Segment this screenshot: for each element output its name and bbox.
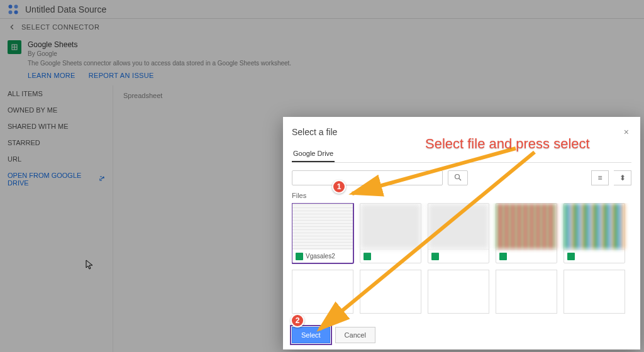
file-grid: Vgasales2 bbox=[292, 203, 631, 314]
svg-point-8 bbox=[455, 175, 460, 179]
file-card[interactable] bbox=[292, 270, 353, 314]
annotation-badge-1: 1 bbox=[332, 180, 346, 194]
files-section-label: Files bbox=[292, 192, 631, 199]
search-icon bbox=[454, 172, 462, 184]
file-thumbnail bbox=[360, 204, 421, 249]
file-thumbnail bbox=[496, 204, 557, 249]
cancel-button[interactable]: Cancel bbox=[335, 327, 375, 343]
file-card[interactable] bbox=[564, 203, 625, 263]
sheets-file-icon bbox=[431, 253, 439, 260]
file-thumbnail bbox=[428, 204, 489, 249]
select-button[interactable]: Select bbox=[292, 327, 330, 343]
sheets-file-icon bbox=[567, 253, 575, 260]
file-card-selected[interactable]: Vgasales2 bbox=[292, 203, 353, 263]
file-thumbnail bbox=[292, 204, 353, 249]
file-card[interactable] bbox=[428, 270, 489, 314]
view-sort-button[interactable]: ⬍ bbox=[614, 170, 631, 185]
file-card[interactable] bbox=[360, 270, 421, 314]
sheets-file-icon bbox=[364, 253, 371, 260]
file-name: Vgasales2 bbox=[306, 253, 335, 260]
svg-line-9 bbox=[459, 179, 461, 180]
sheets-file-icon bbox=[296, 253, 303, 260]
search-button[interactable] bbox=[448, 170, 468, 185]
file-card[interactable] bbox=[360, 203, 421, 263]
search-input[interactable] bbox=[292, 170, 443, 185]
file-card[interactable] bbox=[564, 270, 625, 314]
file-thumbnail bbox=[564, 204, 625, 249]
close-button[interactable]: × bbox=[621, 124, 631, 140]
annotation-badge-2: 2 bbox=[291, 314, 304, 327]
annotation-text: Select file and press select bbox=[425, 136, 590, 152]
view-list-button[interactable]: ≡ bbox=[591, 170, 609, 185]
file-card[interactable] bbox=[496, 203, 557, 263]
sheets-file-icon bbox=[499, 253, 507, 260]
file-card[interactable] bbox=[428, 203, 489, 263]
tab-google-drive[interactable]: Google Drive bbox=[292, 146, 335, 162]
file-card[interactable] bbox=[496, 270, 557, 314]
